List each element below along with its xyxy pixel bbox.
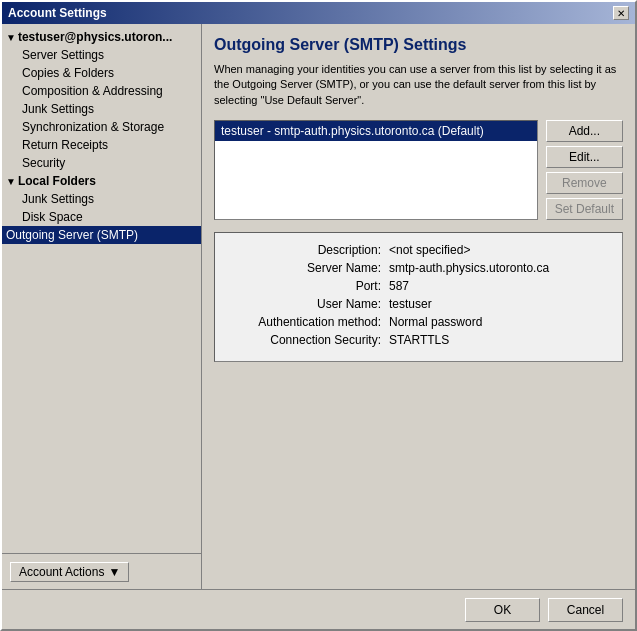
close-button[interactable]: ✕ [613, 6, 629, 20]
add-button[interactable]: Add... [546, 120, 623, 142]
sidebar-item-composition-addressing[interactable]: Composition & Addressing [18, 82, 201, 100]
account-group-label: testuser@physics.utoron... [18, 30, 172, 44]
window-title: Account Settings [8, 6, 107, 20]
detail-description-value: <not specified> [389, 243, 470, 257]
local-folders-group-header[interactable]: ▼ Local Folders [2, 172, 201, 190]
tree-area: ▼ testuser@physics.utoron... Server Sett… [2, 24, 201, 553]
remove-button[interactable]: Remove [546, 172, 623, 194]
sidebar-item-security[interactable]: Security [18, 154, 201, 172]
panel-title: Outgoing Server (SMTP) Settings [214, 36, 623, 54]
cancel-button[interactable]: Cancel [548, 598, 623, 622]
detail-conn-security-value: STARTTLS [389, 333, 449, 347]
detail-row-auth-method: Authentication method: Normal password [229, 315, 608, 329]
bottom-bar: OK Cancel [2, 589, 635, 629]
detail-auth-method-value: Normal password [389, 315, 482, 329]
sidebar-item-synchronization-storage[interactable]: Synchronization & Storage [18, 118, 201, 136]
account-actions-bar: Account Actions ▼ [2, 553, 201, 589]
detail-row-server-name: Server Name: smtp-auth.physics.utoronto.… [229, 261, 608, 275]
account-arrow-icon: ▼ [6, 32, 16, 43]
ok-button[interactable]: OK [465, 598, 540, 622]
detail-username-label: User Name: [229, 297, 389, 311]
local-folders-children: Junk Settings Disk Space [2, 190, 201, 226]
account-group-header[interactable]: ▼ testuser@physics.utoron... [2, 28, 201, 46]
account-actions-button[interactable]: Account Actions ▼ [10, 562, 129, 582]
detail-row-username: User Name: testuser [229, 297, 608, 311]
smtp-buttons: Add... Edit... Remove Set Default [546, 120, 623, 220]
detail-row-conn-security: Connection Security: STARTTLS [229, 333, 608, 347]
detail-port-label: Port: [229, 279, 389, 293]
edit-button[interactable]: Edit... [546, 146, 623, 168]
detail-port-value: 587 [389, 279, 409, 293]
right-panel: Outgoing Server (SMTP) Settings When man… [202, 24, 635, 589]
sidebar-item-junk-settings-local[interactable]: Junk Settings [18, 190, 201, 208]
panel-description: When managing your identities you can us… [214, 62, 623, 108]
detail-description-label: Description: [229, 243, 389, 257]
detail-username-value: testuser [389, 297, 432, 311]
set-default-button[interactable]: Set Default [546, 198, 623, 220]
detail-auth-method-label: Authentication method: [229, 315, 389, 329]
detail-row-port: Port: 587 [229, 279, 608, 293]
smtp-list-area: testuser - smtp-auth.physics.utoronto.ca… [214, 120, 623, 220]
dialog-body: ▼ testuser@physics.utoron... Server Sett… [2, 24, 635, 589]
detail-server-name-label: Server Name: [229, 261, 389, 275]
detail-server-name-value: smtp-auth.physics.utoronto.ca [389, 261, 549, 275]
account-actions-arrow-icon: ▼ [108, 565, 120, 579]
details-box: Description: <not specified> Server Name… [214, 232, 623, 362]
detail-conn-security-label: Connection Security: [229, 333, 389, 347]
sidebar-item-copies-folders[interactable]: Copies & Folders [18, 64, 201, 82]
account-actions-label: Account Actions [19, 565, 104, 579]
title-bar: Account Settings ✕ [2, 2, 635, 24]
sidebar-item-server-settings[interactable]: Server Settings [18, 46, 201, 64]
smtp-list-item[interactable]: testuser - smtp-auth.physics.utoronto.ca… [215, 121, 537, 141]
sidebar-item-disk-space[interactable]: Disk Space [18, 208, 201, 226]
sidebar-item-return-receipts[interactable]: Return Receipts [18, 136, 201, 154]
smtp-server-list[interactable]: testuser - smtp-auth.physics.utoronto.ca… [214, 120, 538, 220]
detail-row-description: Description: <not specified> [229, 243, 608, 257]
sidebar-item-outgoing-smtp[interactable]: Outgoing Server (SMTP) [2, 226, 201, 244]
left-panel: ▼ testuser@physics.utoron... Server Sett… [2, 24, 202, 589]
local-folders-arrow-icon: ▼ [6, 176, 16, 187]
account-children: Server Settings Copies & Folders Composi… [2, 46, 201, 172]
account-settings-window: Account Settings ✕ ▼ testuser@physics.ut… [0, 0, 637, 631]
sidebar-item-junk-settings[interactable]: Junk Settings [18, 100, 201, 118]
local-folders-label: Local Folders [18, 174, 96, 188]
